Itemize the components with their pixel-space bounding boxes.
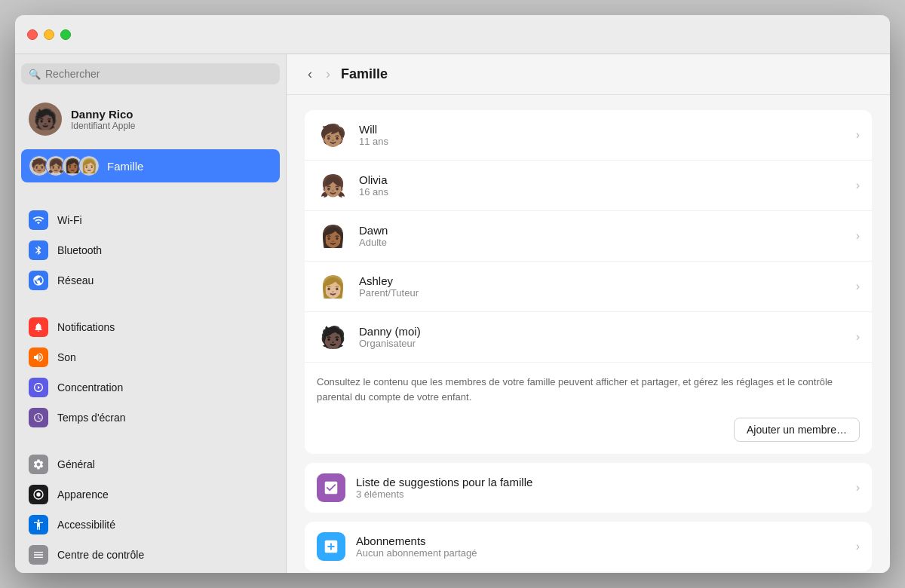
avatar-will: 🧒🏽	[317, 119, 348, 151]
famille-label: Famille	[107, 160, 143, 173]
feature-info-abonnements: Abonnements Aucun abonnement partagé	[356, 534, 845, 559]
apparence-icon	[29, 485, 48, 504]
sidebar-item-wifi-label: Wi-Fi	[57, 214, 82, 226]
add-member-row: Ajouter un membre…	[305, 410, 872, 454]
svg-point-1	[36, 492, 40, 496]
chevron-right-icon: ›	[856, 330, 860, 344]
member-row-dawn[interactable]: 👩🏾 Dawn Adulte ›	[305, 211, 872, 262]
user-name: Danny Rico	[71, 108, 135, 121]
reseau-icon	[29, 271, 48, 290]
user-profile[interactable]: 🧑🏿 Danny Rico Identifiant Apple	[21, 96, 280, 142]
feature-card-liste: Liste de suggestions pour la famille 3 é…	[305, 463, 872, 513]
bluetooth-icon	[29, 240, 48, 260]
sidebar-item-wifi[interactable]: Wi-Fi	[21, 205, 280, 235]
sidebar-item-centre[interactable]: Centre de contrôle	[21, 540, 280, 570]
member-row-danny[interactable]: 🧑🏿 Danny (moi) Organisateur ›	[305, 312, 872, 363]
members-card: 🧒🏽 Will 11 ans › 👧🏽 Olivia 16 ans	[305, 110, 872, 454]
sidebar-section-prefs: Général Apparence Accessibilité	[21, 449, 280, 573]
member-info-danny: Danny (moi) Organisateur	[359, 325, 845, 349]
sidebar-item-temps-ecran-label: Temps d'écran	[57, 412, 126, 424]
sidebar-item-general-label: Général	[57, 458, 95, 470]
titlebar	[15, 15, 890, 54]
chevron-right-icon: ›	[856, 280, 860, 293]
search-box[interactable]: 🔍	[21, 63, 280, 84]
sidebar-item-son[interactable]: Son	[21, 342, 280, 372]
user-subtitle: Identifiant Apple	[71, 121, 135, 131]
sidebar: 🔍 🧑🏿 Danny Rico Identifiant Apple 🧒🏽 👧🏽	[15, 54, 287, 573]
main-content: ‹ › Famille 🧒🏽 Will 11 ans ›	[287, 54, 890, 573]
member-role-dawn: Adulte	[359, 237, 845, 248]
member-row-ashley[interactable]: 👩🏼 Ashley Parent/Tuteur ›	[305, 262, 872, 312]
member-row-olivia[interactable]: 👧🏽 Olivia 16 ans ›	[305, 161, 872, 211]
sidebar-item-reseau-label: Réseau	[57, 274, 94, 286]
search-input[interactable]	[45, 68, 272, 80]
liste-suggestions-icon	[317, 473, 345, 502]
centre-icon	[29, 545, 48, 565]
sidebar-item-siri[interactable]: Siri et Spotlight	[21, 570, 280, 573]
member-name-will: Will	[359, 123, 845, 136]
sidebar-item-apparence[interactable]: Apparence	[21, 479, 280, 510]
sidebar-item-famille[interactable]: 🧒🏽 👧🏽 👩🏾 👩🏼 Famille	[21, 149, 280, 182]
famille-avatars: 🧒🏽 👧🏽 👩🏾 👩🏼	[29, 155, 100, 176]
avatar-olivia: 👧🏽	[317, 170, 348, 201]
member-role-olivia: 16 ans	[359, 186, 845, 198]
page-title: Famille	[341, 66, 388, 82]
member-name-danny: Danny (moi)	[359, 325, 845, 338]
avatar: 🧑🏿	[29, 103, 62, 136]
back-button[interactable]: ‹	[305, 65, 315, 84]
close-button[interactable]	[27, 29, 38, 40]
description-text: Consultez le contenu que les membres de …	[305, 363, 872, 410]
sidebar-item-concentration[interactable]: Concentration	[21, 372, 280, 403]
sidebar-item-bluetooth-label: Bluetooth	[57, 244, 102, 256]
sidebar-item-notifications[interactable]: Notifications	[21, 312, 280, 342]
accessibilite-icon	[29, 515, 48, 534]
traffic-lights	[27, 29, 71, 40]
user-info: Danny Rico Identifiant Apple	[71, 108, 135, 131]
avatar-ashley: 👩🏼	[317, 271, 348, 302]
member-role-ashley: Parent/Tuteur	[359, 287, 845, 299]
concentration-icon	[29, 378, 48, 397]
feature-row-abonnements[interactable]: Abonnements Aucun abonnement partagé ›	[305, 522, 872, 571]
member-role-will: 11 ans	[359, 136, 845, 147]
sidebar-item-apparence-label: Apparence	[57, 488, 109, 501]
member-row-will[interactable]: 🧒🏽 Will 11 ans ›	[305, 110, 872, 161]
feature-name-abonnements: Abonnements	[356, 534, 845, 547]
main-header: ‹ › Famille	[287, 54, 890, 95]
minimize-button[interactable]	[44, 29, 54, 40]
feature-subtitle-abonnements: Aucun abonnement partagé	[356, 547, 845, 559]
sidebar-item-temps-ecran[interactable]: Temps d'écran	[21, 403, 280, 433]
member-name-olivia: Olivia	[359, 173, 845, 186]
sidebar-section-system: Notifications Son Concentration	[21, 312, 280, 433]
add-member-button[interactable]: Ajouter un membre…	[734, 418, 860, 442]
forward-button[interactable]: ›	[323, 65, 333, 84]
sidebar-item-centre-label: Centre de contrôle	[57, 549, 144, 561]
maximize-button[interactable]	[60, 29, 71, 40]
sidebar-item-accessibilite-label: Accessibilité	[57, 519, 115, 531]
chevron-right-icon: ›	[856, 540, 860, 553]
sidebar-item-notifications-label: Notifications	[57, 321, 115, 333]
search-icon: 🔍	[29, 69, 41, 80]
sidebar-item-general[interactable]: Général	[21, 449, 280, 479]
sidebar-item-reseau[interactable]: Réseau	[21, 265, 280, 296]
member-info-olivia: Olivia 16 ans	[359, 173, 845, 198]
famille-avatar-4: 👩🏼	[78, 155, 100, 176]
member-info-will: Will 11 ans	[359, 123, 845, 147]
chevron-right-icon: ›	[856, 128, 860, 142]
chevron-right-icon: ›	[856, 229, 860, 243]
avatar-dawn: 👩🏾	[317, 220, 348, 252]
main-scroll: 🧒🏽 Will 11 ans › 👧🏽 Olivia 16 ans	[287, 95, 890, 573]
sidebar-item-bluetooth[interactable]: Bluetooth	[21, 235, 280, 265]
feature-name-liste: Liste de suggestions pour la famille	[356, 476, 845, 488]
feature-card-abonnements: Abonnements Aucun abonnement partagé ›	[305, 522, 872, 571]
notifications-icon	[29, 317, 48, 337]
member-info-dawn: Dawn Adulte	[359, 224, 845, 248]
sidebar-item-accessibilite[interactable]: Accessibilité	[21, 510, 280, 540]
feature-subtitle-liste: 3 éléments	[356, 488, 845, 500]
sidebar-section-network: Wi-Fi Bluetooth Réseau	[21, 205, 280, 296]
son-icon	[29, 348, 48, 367]
window: 🔍 🧑🏿 Danny Rico Identifiant Apple 🧒🏽 👧🏽	[15, 15, 890, 573]
member-name-ashley: Ashley	[359, 274, 845, 287]
member-name-dawn: Dawn	[359, 224, 845, 237]
chevron-right-icon: ›	[856, 179, 860, 192]
feature-row-liste[interactable]: Liste de suggestions pour la famille 3 é…	[305, 463, 872, 513]
